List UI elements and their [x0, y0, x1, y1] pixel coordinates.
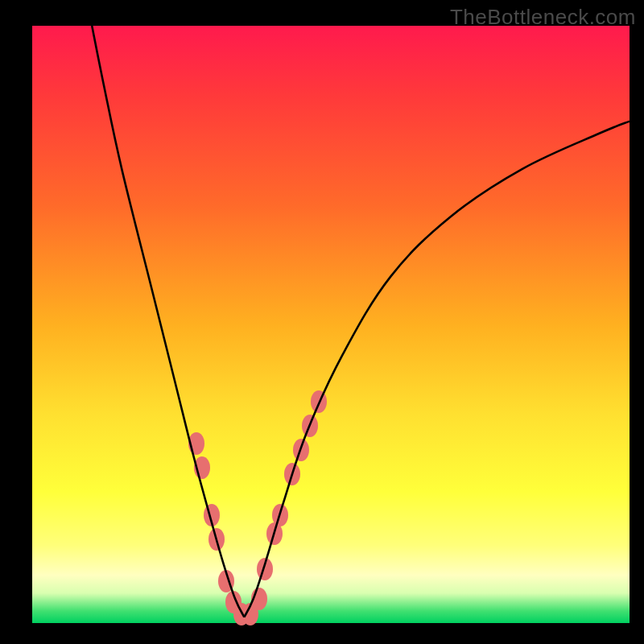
left-branch-curve — [92, 26, 244, 617]
right-branch-curve — [244, 122, 630, 617]
plot-area — [32, 26, 630, 623]
chart-frame: TheBottleneck.com — [0, 0, 644, 644]
watermark-text: TheBottleneck.com — [450, 5, 636, 30]
curve-layer — [32, 26, 630, 623]
